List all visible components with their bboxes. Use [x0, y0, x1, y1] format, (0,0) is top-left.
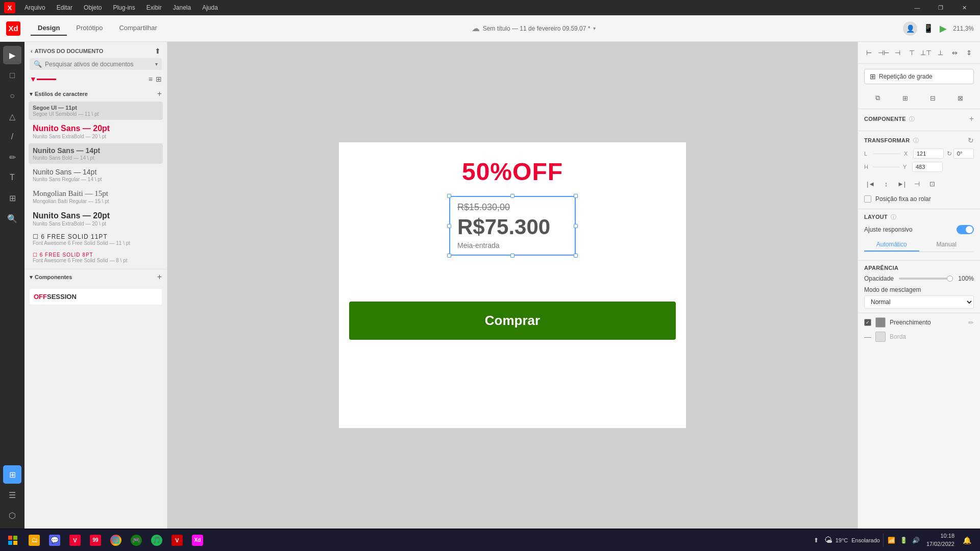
taskbar-99[interactable]: 99 — [86, 531, 105, 550]
sidebar-rectangle-tool[interactable]: □ — [3, 66, 21, 85]
distribute-h-button[interactable]: ⇔ — [949, 47, 960, 58]
copy-icon-1[interactable]: ⧉ — [871, 91, 885, 105]
back-to-assets[interactable]: ‹ ATIVOS DO DOCUMENTO — [31, 48, 103, 54]
sidebar-assets-icon[interactable]: ⊞ — [3, 465, 21, 484]
tab-share[interactable]: Compartilhar — [112, 21, 164, 36]
tab-auto[interactable]: Automático — [864, 238, 919, 252]
search-dropdown-icon[interactable]: ▾ — [155, 61, 158, 67]
taskbar-xd[interactable]: Xd — [188, 531, 207, 550]
border-swatch[interactable] — [875, 332, 886, 342]
volume-icon[interactable]: 🔊 — [911, 535, 921, 545]
handle-top-right[interactable] — [574, 194, 578, 198]
sidebar-artboard-tool[interactable]: ⊞ — [3, 189, 21, 207]
menu-exibir[interactable]: Exibir — [141, 3, 167, 13]
list-view-icon[interactable]: ≡ — [149, 75, 153, 83]
handle-top-middle[interactable] — [510, 194, 514, 198]
handle-top-left[interactable] — [447, 194, 451, 198]
taskbar-xbox[interactable]: 🎮 — [127, 531, 146, 550]
handle-bottom-right[interactable] — [574, 254, 578, 258]
align-center-v-button[interactable]: ⊥⊤ — [920, 47, 932, 58]
y-value-input[interactable] — [912, 162, 943, 172]
fill-picker-icon[interactable]: ✏ — [968, 319, 974, 327]
component-preview-offsession[interactable]: OFFSESSION — [30, 289, 162, 305]
play-button[interactable]: ▶ — [940, 23, 947, 34]
char-styles-add-button[interactable]: + — [157, 89, 162, 98]
rotation-input[interactable] — [953, 148, 974, 159]
layout-info-icon[interactable]: ⓘ — [891, 214, 896, 220]
buy-button[interactable]: Comprar — [349, 302, 676, 340]
opacity-thumb[interactable] — [947, 276, 953, 282]
taskbar-explorer[interactable]: 🗂 — [24, 531, 44, 550]
menu-ajuda[interactable]: Ajuda — [197, 3, 223, 13]
menu-objeto[interactable]: Objeto — [79, 3, 107, 13]
export-icon[interactable]: ⬆ — [155, 47, 161, 55]
fill-swatch[interactable] — [875, 317, 886, 328]
align-right-button[interactable]: ⊣ — [892, 47, 903, 58]
menu-plugins[interactable]: Plug-ins — [108, 3, 140, 13]
distribute-v-button[interactable]: ⇕ — [963, 47, 974, 58]
components-add-button[interactable]: + — [157, 272, 162, 282]
style-item-segoe[interactable]: Segoe UI — 11pt Segoe UI Semibold — 11 \… — [29, 102, 163, 120]
transform-rotate-icon[interactable]: ↻ — [968, 136, 974, 144]
component-add-icon[interactable]: + — [969, 114, 974, 123]
search-input[interactable] — [45, 61, 152, 68]
system-clock[interactable]: 10:18 17/02/2022 — [923, 532, 958, 548]
align-top-button[interactable]: ⊤ — [906, 47, 918, 58]
align-bottom-button[interactable]: ⊥ — [935, 47, 946, 58]
sidebar-layers-icon[interactable]: ☰ — [3, 486, 21, 504]
align-opt-2[interactable]: ↕ — [879, 177, 893, 190]
opacity-slider[interactable] — [899, 278, 952, 280]
align-opt-1[interactable]: |◄ — [864, 177, 877, 190]
style-item-nunito-20-black[interactable]: Nunito Sans — 20pt Nunito Sans ExtraBold… — [29, 208, 163, 230]
network-icon[interactable]: 📶 — [887, 535, 897, 545]
align-opt-5[interactable]: ⊡ — [925, 177, 939, 190]
document-dropdown[interactable]: ▾ — [593, 26, 596, 31]
handle-middle-right[interactable] — [574, 224, 578, 228]
tab-manual[interactable]: Manual — [919, 238, 974, 252]
handle-bottom-left[interactable] — [447, 254, 451, 258]
taskbar-spotify[interactable]: 🎵 — [147, 531, 166, 550]
components-section-header[interactable]: ▾ Componentes + — [24, 269, 167, 285]
transform-info-icon[interactable]: ⓘ — [913, 137, 919, 143]
copy-icon-3[interactable]: ⊟ — [926, 91, 939, 105]
menu-editar[interactable]: Editar — [52, 3, 78, 13]
battery-icon[interactable]: 🔋 — [899, 535, 909, 545]
style-item-fa-11[interactable]: ☐ 6 FREE SOLID 11PT Font Awesome 6 Free … — [29, 231, 163, 248]
sidebar-zoom-tool[interactable]: 🔍 — [3, 209, 21, 228]
taskbar-valorant[interactable]: V — [65, 531, 85, 550]
fill-checkbox[interactable] — [864, 319, 871, 326]
style-item-nunito-14-regular[interactable]: Nunito Sans — 14pt Nunito Sans Regular —… — [29, 165, 163, 185]
responsive-toggle[interactable] — [957, 225, 974, 234]
sidebar-select-tool[interactable]: ▶ — [3, 46, 21, 64]
align-left-button[interactable]: ⊢ — [864, 47, 875, 58]
tab-prototype[interactable]: Protótipo — [69, 21, 110, 36]
notification-button[interactable]: 🔔 — [960, 533, 974, 547]
handle-bottom-middle[interactable] — [510, 254, 514, 258]
style-item-nunito-20-red[interactable]: Nunito Sans — 20pt Nunito Sans ExtraBold… — [29, 121, 163, 142]
start-button[interactable] — [2, 531, 23, 550]
canvas-area[interactable]: 50%OFF R$15.030,00 R$75.300 Meia-entrada… — [167, 42, 857, 529]
filter-icon[interactable]: ▼ — [30, 75, 37, 83]
device-icon[interactable]: 📱 — [923, 23, 934, 33]
sidebar-ellipse-tool[interactable]: ○ — [3, 87, 21, 105]
align-opt-4[interactable]: ⊣ — [910, 177, 923, 190]
sidebar-plugins-icon[interactable]: ⬡ — [3, 506, 21, 524]
menu-arquivo[interactable]: Arquivo — [19, 3, 51, 13]
taskbar-chrome[interactable]: 🌐 — [106, 531, 126, 550]
border-minus-icon[interactable]: — — [864, 333, 871, 341]
style-item-nunito-14-bold[interactable]: Nunito Sans — 14pt Nunito Sans Bold — 14… — [29, 143, 163, 164]
repeat-grid-button[interactable]: ⊞ Repetição de grade — [864, 69, 974, 84]
fixed-position-checkbox[interactable] — [864, 195, 871, 203]
sidebar-triangle-tool[interactable]: △ — [3, 107, 21, 126]
tab-design[interactable]: Design — [31, 21, 67, 36]
maximize-button[interactable]: ❐ — [929, 0, 952, 15]
taskbar-vpn[interactable]: V — [167, 531, 187, 550]
price-card[interactable]: R$15.030,00 R$75.300 Meia-entrada — [449, 196, 576, 256]
close-button[interactable]: ✕ — [952, 0, 976, 15]
copy-icon-4[interactable]: ⊠ — [953, 91, 967, 105]
char-styles-section-header[interactable]: ▾ Estilos de caractere + — [24, 86, 167, 102]
grid-view-icon[interactable]: ⊞ — [156, 75, 162, 83]
align-center-h-button[interactable]: ⊣⊢ — [878, 47, 889, 58]
sidebar-text-tool[interactable]: T — [3, 168, 21, 187]
handle-middle-left[interactable] — [447, 224, 451, 228]
